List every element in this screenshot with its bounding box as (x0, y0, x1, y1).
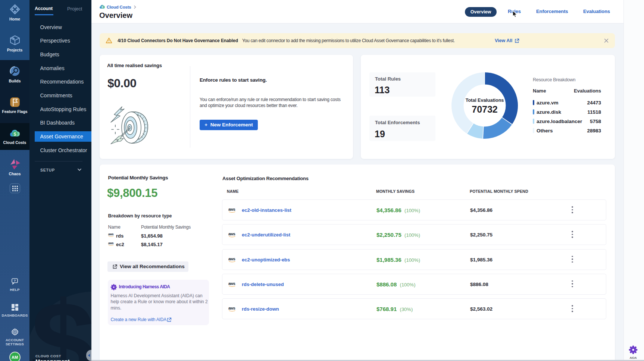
svg-text:$: $ (13, 131, 16, 137)
svg-text:?: ? (13, 279, 16, 283)
